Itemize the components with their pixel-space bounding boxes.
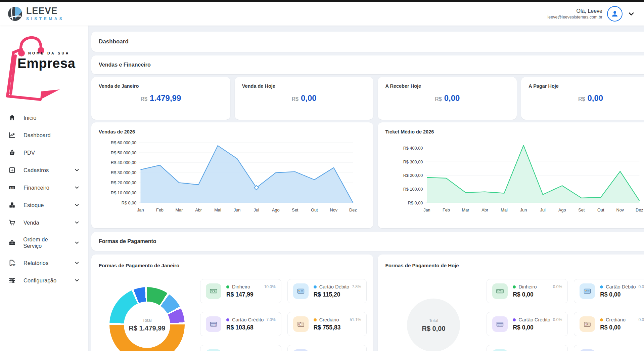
payment-tile-crediario: Crediário0.0% R$ 0,00 — [574, 312, 644, 336]
file-pdf-icon: PDF — [8, 259, 16, 267]
cart-icon — [8, 219, 16, 226]
sidebar-item-cadastros[interactable]: Cadastros — [0, 161, 88, 179]
cash-icon — [206, 283, 221, 299]
svg-text:Mar: Mar — [176, 208, 183, 212]
svg-text:Dez: Dez — [349, 208, 357, 212]
payments-row: Formas de Pagamento de Janeiro Total R$ … — [91, 255, 644, 351]
credit-card-icon — [492, 316, 508, 332]
sidebar-item-ordem-de-servico[interactable]: Ordem de Serviço — [0, 231, 88, 254]
svg-text:Abr: Abr — [482, 208, 489, 212]
folder-icon — [293, 316, 309, 332]
sidebar-item-pdv[interactable]: PDV — [0, 144, 88, 161]
home-icon — [8, 114, 16, 121]
legend-dot — [513, 318, 516, 321]
payment-tile-cartao-debito: Cartão Débito7.8% R$ 115,20 — [287, 279, 367, 303]
brand-logo[interactable]: LEEVE SISTEMAS — [7, 6, 64, 22]
svg-text:Set: Set — [579, 208, 585, 212]
svg-text:PDF: PDF — [11, 264, 15, 266]
svg-text:R$ 0,00: R$ 0,00 — [408, 201, 423, 205]
payments-card-janeiro: Formas de Pagamento de Janeiro Total R$ … — [91, 255, 373, 351]
pix-icon — [293, 349, 309, 351]
stat-value: 0,00 — [444, 93, 460, 103]
debit-card-icon — [293, 283, 309, 299]
svg-text:R$ 300,00: R$ 300,00 — [403, 160, 423, 164]
user-email: leeve@leevesistemas.com.br — [548, 15, 602, 20]
svg-text:Ago: Ago — [272, 208, 280, 212]
legend-dot — [226, 285, 229, 288]
company-logo: NOME DA SUA Empresa — [0, 29, 88, 100]
chart-line-icon — [8, 131, 16, 139]
donut-total-value: R$ 1.479,99 — [122, 324, 172, 332]
user-menu-chevron-icon[interactable] — [627, 10, 635, 18]
sidebar-item-estoque[interactable]: Estoque — [0, 196, 88, 214]
legend-dot — [513, 285, 516, 288]
svg-text:Ago: Ago — [558, 208, 566, 212]
stat-value: 0,00 — [301, 93, 317, 103]
legend-dot — [600, 285, 603, 288]
chevron-down-icon — [74, 185, 80, 191]
stat-card-a-pagar-hoje: A Pagar Hoje R$0,00 — [521, 77, 644, 120]
payment-tiles-janeiro: Dinheiro10.0% R$ 147,99 Cartão Débito7.8… — [200, 279, 367, 351]
user-avatar[interactable] — [607, 6, 623, 22]
sidebar-nav: Inicio Dashboard PDV Cadastros — [0, 109, 88, 289]
user-greeting: Olá, Leeve — [548, 8, 602, 14]
sidebar: NOME DA SUA Empresa Inicio Dashboard — [0, 26, 88, 351]
svg-text:R$ 60.000,00: R$ 60.000,00 — [111, 141, 136, 145]
pix-icon — [580, 349, 595, 351]
stat-card-venda-janeiro: Venda de Janeiro R$1.479,99 — [91, 77, 230, 120]
deposit-icon — [206, 349, 221, 351]
payment-tile-cartao-credito: Cartão Crédito0.0% R$ 0,00 — [487, 312, 568, 336]
chevron-down-icon — [74, 220, 80, 226]
svg-text:Nov: Nov — [330, 208, 338, 212]
svg-text:Out: Out — [311, 208, 318, 212]
payments-card-hoje: Formas de Pagamento de Hoje Total R$ 0,0… — [378, 255, 644, 351]
svg-text:Jan: Jan — [424, 208, 430, 212]
payment-tile-pix: Pix0.0% — [574, 345, 644, 351]
leeve-globe-icon — [7, 6, 23, 22]
cubes-icon — [8, 201, 16, 209]
toolbox-icon — [8, 239, 16, 246]
payment-tiles-hoje: Dinheiro0.0% R$ 0,00 Cartão Débito0.0% R… — [487, 279, 644, 351]
payments-title-hoje: Formas de Pagamento de Hoje — [385, 263, 644, 268]
sidebar-item-configuracao[interactable]: Configuração — [0, 272, 88, 289]
payments-empty-donut: Total R$ 0,00 — [407, 299, 460, 351]
svg-text:R$ 40.000,00: R$ 40.000,00 — [111, 160, 136, 165]
sidebar-item-venda[interactable]: Venda — [0, 214, 88, 231]
app-header: LEEVE SISTEMAS Olá, Leeve leeve@leevesis… — [0, 2, 644, 26]
payment-tile-dinheiro: Dinheiro0.0% R$ 0,00 — [487, 279, 568, 303]
svg-text:Out: Out — [598, 208, 605, 212]
legend-dot — [314, 285, 317, 288]
chevron-down-icon — [74, 240, 80, 246]
sidebar-item-financeiro[interactable]: $ Financeiro — [0, 179, 88, 196]
chevron-down-icon — [74, 202, 80, 208]
svg-text:Mai: Mai — [501, 208, 508, 212]
svg-text:Jun: Jun — [234, 208, 240, 212]
page-title: Dashboard — [91, 32, 644, 52]
payment-tile-cartao-debito: Cartão Débito0.0% R$ 0,00 — [574, 279, 644, 303]
svg-text:Nov: Nov — [616, 208, 624, 212]
svg-text:R$ 50.000,00: R$ 50.000,00 — [111, 151, 136, 155]
sidebar-item-relatorios[interactable]: PDF Relatórios — [0, 254, 88, 272]
chart-card-ticket-medio: Ticket Médio de 2026 R$ 0,00R$ 100,00R$ … — [378, 122, 644, 228]
svg-text:Jul: Jul — [254, 208, 259, 212]
sidebar-item-inicio[interactable]: Inicio — [0, 109, 88, 126]
stats-row: Venda de Janeiro R$1.479,99 Venda de Hoj… — [91, 77, 644, 120]
payment-tile-deposito: Depósito18.3% — [200, 345, 281, 351]
deposit-icon — [492, 349, 508, 351]
svg-text:Jul: Jul — [540, 208, 546, 212]
ticket-medio-area-chart: R$ 0,00R$ 100,00R$ 200,00R$ 300,00R$ 400… — [384, 137, 644, 223]
logo-tagline: NOME DA SUA — [28, 51, 70, 55]
payments-donut-chart: Total R$ 1.479,99 — [109, 287, 185, 351]
brand-name: LEEVE — [26, 6, 64, 15]
payment-tile-dinheiro: Dinheiro10.0% R$ 147,99 — [200, 279, 281, 303]
svg-text:Jun: Jun — [520, 208, 527, 212]
logo-company-name: Empresa — [17, 56, 75, 71]
svg-text:Abr: Abr — [195, 208, 202, 212]
svg-text:R$ 20.000,00: R$ 20.000,00 — [111, 181, 136, 185]
payment-tile-pix: Pix5.8% — [287, 345, 367, 351]
svg-text:R$ 400,00: R$ 400,00 — [403, 146, 423, 151]
sidebar-item-dashboard[interactable]: Dashboard — [0, 126, 88, 144]
svg-text:R$ 10.000,00: R$ 10.000,00 — [111, 191, 136, 195]
svg-text:R$ 200,00: R$ 200,00 — [403, 173, 423, 178]
svg-text:Feb: Feb — [443, 208, 450, 212]
